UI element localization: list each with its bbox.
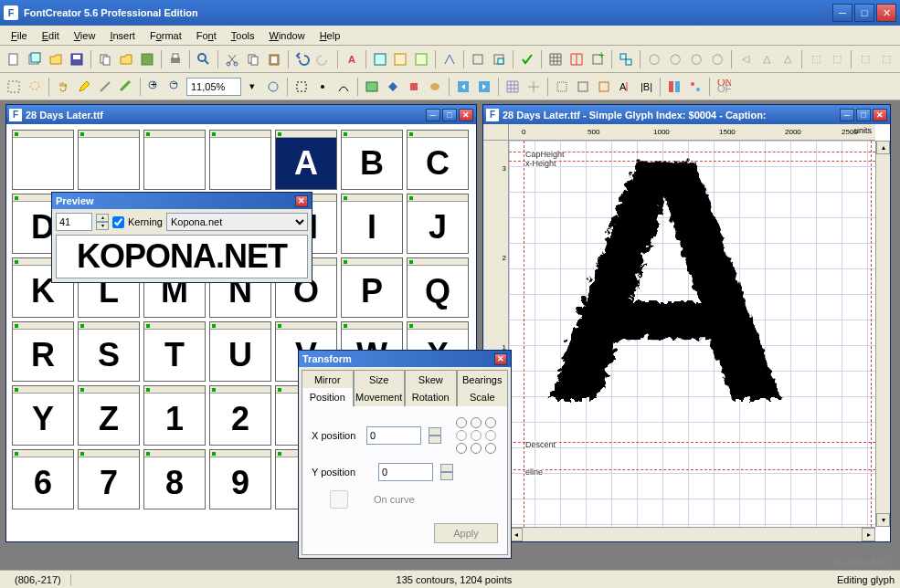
menu-tools[interactable]: Tools <box>224 28 262 43</box>
glyph-cell[interactable]: 6 <box>12 449 74 509</box>
glyph-cell[interactable]: P <box>341 257 403 318</box>
next-icon[interactable] <box>474 77 494 97</box>
subwin-maximize-button[interactable]: □ <box>856 109 871 121</box>
spin-up-icon[interactable] <box>440 464 453 472</box>
kerning-checkbox[interactable] <box>112 216 124 228</box>
spin-down-icon[interactable]: ▾ <box>96 222 109 230</box>
glyph-cell[interactable] <box>209 130 271 190</box>
menu-font[interactable]: Font <box>189 28 224 43</box>
glyph-cell[interactable]: 8 <box>143 449 206 509</box>
menu-help[interactable]: Help <box>312 28 348 43</box>
prev-icon[interactable] <box>453 77 473 97</box>
snap2-icon[interactable] <box>573 77 593 97</box>
zoom-out-icon[interactable]: − <box>165 77 185 97</box>
tb-a2-icon[interactable] <box>391 49 411 69</box>
redo-icon[interactable] <box>313 49 334 69</box>
transform-titlebar[interactable]: Transform ✕ <box>299 351 511 367</box>
glyph-cell[interactable]: I <box>341 194 403 254</box>
dim3-icon[interactable]: ◯ <box>686 49 706 69</box>
spin-up-icon[interactable] <box>429 427 441 436</box>
maximize-button[interactable]: □ <box>854 4 874 22</box>
copy2-icon[interactable] <box>243 49 263 69</box>
snap3-icon[interactable] <box>594 77 614 97</box>
grid3-icon[interactable] <box>503 77 523 97</box>
rect-tool-icon[interactable] <box>291 77 312 97</box>
folder-icon[interactable] <box>116 49 136 69</box>
spin-up-icon[interactable]: ▴ <box>96 214 109 222</box>
subwin-close-button[interactable]: ✕ <box>873 109 887 121</box>
snap1-icon[interactable] <box>552 77 572 97</box>
ruler-horizontal[interactable]: 0 500 1000 1500 2000 2500 units <box>509 124 875 141</box>
glyph-cell[interactable] <box>143 130 206 190</box>
glyph-cell[interactable]: U <box>209 321 271 382</box>
tb-a3-icon[interactable] <box>411 49 431 69</box>
tab-scale[interactable]: Scale <box>457 388 509 406</box>
toggle2-icon[interactable] <box>685 77 705 97</box>
onoff-icon[interactable]: ONOFF <box>714 77 734 97</box>
glyph-cell[interactable]: 1 <box>143 385 206 446</box>
menu-window[interactable]: Window <box>261 28 312 43</box>
menu-view[interactable]: View <box>67 28 103 43</box>
image-icon[interactable] <box>362 77 382 97</box>
dim2-icon[interactable]: ◯ <box>665 49 685 69</box>
tb-A-icon[interactable]: A <box>342 49 362 69</box>
subwin-minimize-button[interactable]: ─ <box>840 109 854 121</box>
dim4-icon[interactable]: ◯ <box>707 49 727 69</box>
glyph-cell[interactable]: T <box>143 321 206 382</box>
preview-close-button[interactable]: ✕ <box>295 195 308 207</box>
zoom-dropdown-icon[interactable]: ▾ <box>242 77 262 97</box>
preview-text-select[interactable]: Kopona.net <box>166 213 308 231</box>
scrollbar-vertical[interactable]: ▴ ▾ <box>875 141 890 527</box>
menu-file[interactable]: File <box>4 28 35 43</box>
new-project-icon[interactable] <box>25 49 45 69</box>
subwin-minimize-button[interactable]: ─ <box>426 109 440 121</box>
tab-mirror[interactable]: Mirror <box>302 370 354 388</box>
subwin-close-button[interactable]: ✕ <box>459 109 473 121</box>
search-icon[interactable] <box>194 49 214 69</box>
cut-icon[interactable] <box>222 49 242 69</box>
tab-bearings[interactable]: Bearings <box>457 370 509 388</box>
glyph-cell[interactable]: 9 <box>209 449 271 509</box>
tab-size[interactable]: Size <box>354 370 406 388</box>
save2-icon[interactable] <box>137 49 157 69</box>
tb-c1-icon[interactable] <box>468 49 488 69</box>
tab-skew[interactable]: Skew <box>405 370 457 388</box>
lasso-icon[interactable] <box>25 77 45 97</box>
open-icon[interactable] <box>46 49 66 69</box>
glyph-window-titlebar[interactable]: F 28 Days Later.ttf ─ □ ✕ <box>6 105 476 124</box>
grid-icon[interactable] <box>545 49 566 69</box>
zoom-fit-icon[interactable] <box>263 77 283 97</box>
dim10-icon[interactable]: ⬚ <box>855 49 875 69</box>
dim5-icon[interactable]: ◁ <box>736 49 756 69</box>
hand-icon[interactable] <box>53 77 73 97</box>
glyph-cell[interactable]: 7 <box>78 449 140 509</box>
check-icon[interactable] <box>517 49 537 69</box>
menu-insert[interactable]: Insert <box>102 28 143 43</box>
dim11-icon[interactable]: ⬚ <box>876 49 896 69</box>
dim6-icon[interactable]: △ <box>757 49 777 69</box>
tb-c2-icon[interactable] <box>489 49 509 69</box>
tb-a1-icon[interactable] <box>370 49 390 69</box>
contour-tool-icon[interactable] <box>334 77 354 97</box>
glyph-cell[interactable]: Y <box>12 385 74 446</box>
subwin-maximize-button[interactable]: □ <box>442 109 457 121</box>
menu-edit[interactable]: Edit <box>35 28 67 43</box>
dim9-icon[interactable]: ⬚ <box>827 49 847 69</box>
glyph-cell[interactable]: J <box>407 194 469 254</box>
glyph-cell[interactable] <box>12 130 74 190</box>
editor-titlebar[interactable]: F 28 Days Later.ttf - Simple Glyph Index… <box>483 105 890 124</box>
copy-icon[interactable] <box>95 49 115 69</box>
tab-position[interactable]: Position <box>302 388 354 406</box>
tab-movement[interactable]: Movement <box>354 388 406 406</box>
snap4-icon[interactable]: A <box>615 77 635 97</box>
save-icon[interactable] <box>67 49 87 69</box>
dim8-icon[interactable]: ⬚ <box>806 49 826 69</box>
fill-icon[interactable] <box>383 77 403 97</box>
grid2-icon[interactable] <box>566 49 587 69</box>
undo-icon[interactable] <box>292 49 312 69</box>
glyph-cell[interactable]: Z <box>78 385 140 446</box>
dim1-icon[interactable]: ◯ <box>644 49 664 69</box>
close-button[interactable]: ✕ <box>876 4 896 22</box>
pen-icon[interactable] <box>74 77 94 97</box>
transform-close-button[interactable]: ✕ <box>494 353 507 365</box>
